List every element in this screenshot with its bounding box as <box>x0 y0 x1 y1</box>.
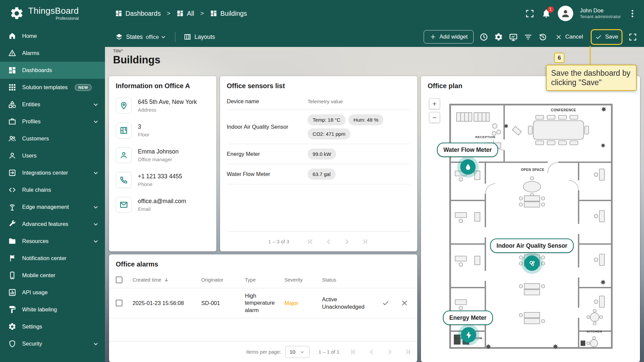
device-marker-water-flow-meter[interactable] <box>460 159 476 175</box>
thingsboard-logo-icon <box>9 6 24 21</box>
clear-alarm-button[interactable] <box>395 299 414 307</box>
next-page-icon[interactable] <box>343 238 351 246</box>
sidebar-item-users[interactable]: Users <box>0 147 105 164</box>
apps-grid-icon <box>8 83 16 92</box>
alarm-row[interactable]: 2025-01-23 15:56:08 SD-001 High temperat… <box>109 288 417 318</box>
device-label-indoor-air-quality-sensor[interactable]: Indoor Air Quality Sensor <box>490 239 574 253</box>
info-row-address: 645 5th Ave, New York Address <box>109 93 216 118</box>
device-marker-energy-meter[interactable] <box>461 327 476 343</box>
states-icon <box>115 33 123 41</box>
last-page-icon[interactable] <box>404 348 412 356</box>
chevron-down-icon <box>92 101 100 108</box>
sidebar-item-mobile-center[interactable]: Mobile center <box>0 267 105 284</box>
sidebar-item-solution-templates[interactable]: Solution templatesNEW <box>0 79 105 96</box>
room-label-open-space: OPEN SPACE <box>521 168 544 172</box>
save-button-highlight: Save <box>591 29 623 45</box>
sidebar-item-integrations-center[interactable]: Integrations center <box>0 164 105 181</box>
select-all-checkbox[interactable] <box>116 277 122 283</box>
time-window-icon[interactable] <box>479 33 488 42</box>
sidebar-item-dashboards[interactable]: Dashboards <box>0 62 105 79</box>
sidebar-item-customers[interactable]: Customers <box>0 130 105 147</box>
user-info[interactable]: John Doe Tenant administrator <box>580 7 621 20</box>
version-history-icon[interactable] <box>538 33 547 42</box>
sidebar-item-home[interactable]: Home <box>0 27 105 45</box>
table-row[interactable]: Water Flow Meter 63.7 gal <box>227 164 411 184</box>
dashboard-title-input[interactable]: Buildings <box>113 54 160 66</box>
cancel-button[interactable]: Cancel <box>553 31 585 43</box>
items-per-page-select[interactable]: 10 <box>285 346 310 358</box>
sidebar-item-rule-chains[interactable]: Rule chains <box>0 181 105 198</box>
device-label-energy-meter[interactable]: Energy Meter <box>443 311 493 325</box>
dashboards-icon <box>8 66 16 74</box>
sidebar-item-advanced-features[interactable]: Advanced features <box>0 216 105 233</box>
breadcrumb-buildings[interactable]: Buildings <box>210 10 247 17</box>
widget-title: Office sensors list <box>220 76 417 93</box>
chevron-down-icon <box>92 169 100 177</box>
last-page-icon[interactable] <box>361 238 369 246</box>
layouts-button[interactable]: Layouts <box>183 33 215 41</box>
app-logo[interactable]: ThingsBoard Professional <box>0 6 105 21</box>
table-row[interactable]: Indoor Air Quality Sensor Temp: 18 °C Hu… <box>227 110 411 144</box>
filter-icon[interactable] <box>524 33 533 42</box>
alarms-widget: Office alarms Created time Originator Ty… <box>109 254 417 362</box>
info-value: 645 5th Ave, New York <box>138 99 197 106</box>
sidebar-item-security[interactable]: Security <box>0 335 105 352</box>
zoom-out-button[interactable]: − <box>429 112 440 123</box>
settings-gear-icon[interactable] <box>494 33 503 42</box>
prev-page-icon[interactable] <box>325 238 333 246</box>
col-originator[interactable]: Originator <box>201 277 245 283</box>
states-selector[interactable]: States office <box>115 33 167 41</box>
breadcrumb-all[interactable]: All <box>176 10 194 17</box>
prev-page-icon[interactable] <box>368 348 376 356</box>
device-marker-indoor-air-quality-sensor[interactable] <box>524 255 540 271</box>
sidebar-item-edge-management[interactable]: Edge management <box>0 198 105 216</box>
row-checkbox[interactable] <box>116 300 122 306</box>
user-avatar[interactable] <box>558 6 573 21</box>
paint-icon <box>8 305 16 314</box>
dashboard-toolbar: States office Layouts Add widget Cancel <box>105 27 644 47</box>
sidebar-item-alarms[interactable]: Alarms <box>0 45 105 62</box>
acknowledge-button[interactable] <box>376 299 395 307</box>
add-widget-button[interactable]: Add widget <box>424 30 474 44</box>
breadcrumb-separator: > <box>200 10 204 17</box>
warning-icon <box>8 49 16 57</box>
first-page-icon[interactable] <box>350 348 358 356</box>
chevron-down-icon <box>92 220 100 228</box>
notifications-button[interactable]: 1 <box>541 9 551 18</box>
sidebar-item-api-usage[interactable]: API usage <box>0 284 105 301</box>
telemetry-chips: Temp: 18 °C Hum: 48 % CO2: 471 ppm <box>308 114 411 139</box>
antenna-icon <box>8 203 16 211</box>
user-role: Tenant administrator <box>580 14 621 20</box>
floor-plan-icon <box>116 122 132 138</box>
manage-layouts-icon[interactable] <box>509 33 518 42</box>
alarms-header-row: Created time Originator Type Severity St… <box>109 272 417 288</box>
kebab-menu-icon[interactable] <box>628 9 637 18</box>
sidebar-item-white-labeling[interactable]: White labeling <box>0 301 105 318</box>
table-header-row: Device name Telemetry value <box>227 93 411 110</box>
fullscreen-icon[interactable] <box>628 33 637 42</box>
device-label-water-flow-meter[interactable]: Water Flow Meter <box>437 143 498 157</box>
breadcrumb-dashboards[interactable]: Dashboards <box>115 10 161 17</box>
next-page-icon[interactable] <box>386 348 394 356</box>
sidebar-item-settings[interactable]: Settings <box>0 318 105 335</box>
fullscreen-icon[interactable] <box>525 9 535 18</box>
sidebar-item-profiles[interactable]: Profiles <box>0 113 105 130</box>
save-button[interactable]: Save <box>593 31 620 43</box>
new-badge: NEW <box>75 84 92 91</box>
sort-descending-icon <box>163 277 169 283</box>
widget-title: Office alarms <box>109 254 417 272</box>
table-row[interactable]: Energy Meter 99.0 kW <box>227 144 411 164</box>
sidebar-item-notification-center[interactable]: Notification center <box>0 250 105 267</box>
layouts-icon <box>183 33 192 41</box>
shield-icon <box>8 340 16 348</box>
col-type[interactable]: Type <box>245 277 284 283</box>
zoom-in-button[interactable]: + <box>429 98 440 109</box>
first-page-icon[interactable] <box>307 238 315 246</box>
sidebar-item-resources[interactable]: Resources <box>0 233 105 250</box>
col-severity[interactable]: Severity <box>284 277 322 283</box>
col-created-time[interactable]: Created time <box>132 277 201 283</box>
info-row-manager: Emma Johnson Office manager <box>109 143 216 168</box>
sidebar-item-entities[interactable]: Entities <box>0 96 105 113</box>
people-icon <box>8 134 16 143</box>
col-status[interactable]: Status <box>322 277 376 283</box>
